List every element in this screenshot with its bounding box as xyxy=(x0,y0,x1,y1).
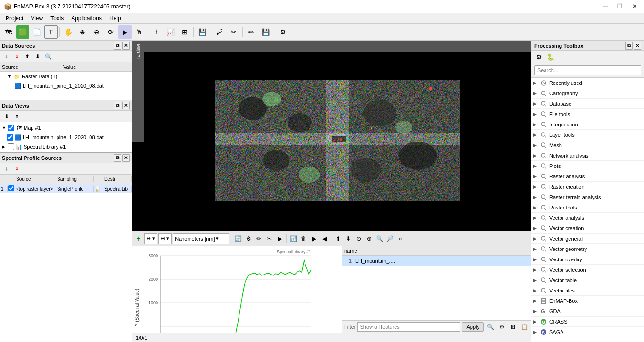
tb-save2-btn[interactable]: 💾 xyxy=(259,25,272,39)
ss-row-check[interactable] xyxy=(8,185,14,191)
proc-item-7[interactable]: ▶Network analysis xyxy=(531,150,644,161)
filter-icon2[interactable]: ⚙ xyxy=(497,322,506,332)
ds-remove-btn[interactable]: × xyxy=(12,52,22,61)
proc-item-24[interactable]: ▶SSAGA xyxy=(531,327,644,337)
dv-close-btn[interactable]: ✕ xyxy=(122,102,130,109)
tb-select-btn[interactable]: ▶ xyxy=(118,25,132,39)
filter-input[interactable] xyxy=(357,322,460,332)
prop-spectral-check[interactable] xyxy=(8,143,14,150)
spec-tb-btn8[interactable]: ⬆ xyxy=(333,234,343,243)
proc-item-10[interactable]: ▶Raster creation xyxy=(531,182,644,192)
proc-tb-btn2[interactable]: 🐍 xyxy=(545,52,555,62)
proc-item-8[interactable]: ▶Plots xyxy=(531,161,644,171)
tb-map-btn[interactable]: 🗺 xyxy=(2,25,15,39)
proc-close-btn[interactable]: ✕ xyxy=(634,42,641,50)
ss-data-row-1[interactable]: 1 <top raster layer> SingleProfile 📊 Spe… xyxy=(0,184,132,193)
tb-draw-btn[interactable]: 🖊 xyxy=(213,25,226,39)
tb-edit-btn[interactable]: ✏ xyxy=(245,25,258,39)
tb-text-btn[interactable]: T xyxy=(44,25,58,39)
filter-icon4[interactable]: 📋 xyxy=(520,322,529,332)
proc-item-18[interactable]: ▶Vector selection xyxy=(531,265,644,275)
spec-tb-btn7[interactable]: ◀ xyxy=(320,234,329,243)
close-btn[interactable]: ✕ xyxy=(629,2,640,11)
ds-expand-btn[interactable]: ⬇ xyxy=(33,52,42,61)
spec-tb-del[interactable]: 🗑 xyxy=(299,234,308,243)
proc-item-20[interactable]: ▶Vector tiles xyxy=(531,285,644,296)
proc-item-19[interactable]: ▶Vector table xyxy=(531,275,644,285)
spec-tb-dropdown2[interactable]: ⊕ ▾ xyxy=(158,233,172,244)
proc-item-2[interactable]: ▶Database xyxy=(531,99,644,109)
ds-raster-file[interactable]: 🟦 LH_mountain_pine_1_2020_08.dat xyxy=(0,81,132,91)
proc-item-9[interactable]: ▶Raster analysis xyxy=(531,171,644,182)
proc-item-14[interactable]: ▶Vector creation xyxy=(531,223,644,234)
proc-item-11[interactable]: ▶Raster terrain analysis xyxy=(531,192,644,202)
proc-item-21[interactable]: ▶EnMAP-Box xyxy=(531,296,644,306)
spec-tb-btn11[interactable]: ⊕ xyxy=(364,234,374,243)
filter-apply-btn[interactable]: Apply xyxy=(462,322,484,332)
ss-float-btn[interactable]: ⧉ xyxy=(114,154,121,162)
spec-tb-btn13[interactable]: 🔎 xyxy=(385,234,395,243)
tb-zoom-in-btn[interactable]: ⊕ xyxy=(76,25,89,39)
tb-profile-btn[interactable]: 📈 xyxy=(164,25,177,39)
proc-item-1[interactable]: ▶Cartography xyxy=(531,88,644,99)
menu-tools[interactable]: Tools xyxy=(47,14,67,23)
proc-item-5[interactable]: ▶Layer tools xyxy=(531,130,644,140)
ss-add-btn[interactable]: + xyxy=(2,164,11,174)
spec-tb-btn12[interactable]: 🔍 xyxy=(375,234,384,243)
menu-help[interactable]: Help xyxy=(106,14,125,23)
spec-tb-more[interactable]: » xyxy=(396,234,405,243)
ds-float-btn[interactable]: ⧉ xyxy=(114,42,121,50)
dv-add-btn[interactable]: ⬇ xyxy=(2,112,11,121)
dv-float-btn[interactable]: ⧉ xyxy=(114,102,121,109)
proc-item-4[interactable]: ▶Interpolation xyxy=(531,119,644,130)
spec-tb-btn4[interactable]: ✂ xyxy=(264,234,274,243)
spec-tb-btn5[interactable]: ▶ xyxy=(275,234,284,243)
minimize-btn[interactable]: ─ xyxy=(601,2,611,11)
ss-close-btn[interactable]: ✕ xyxy=(122,154,130,162)
tb-grid-btn[interactable]: ⊞ xyxy=(178,25,191,39)
tb-raster-btn[interactable]: 📄 xyxy=(30,25,43,39)
proc-tb-btn1[interactable]: ⚙ xyxy=(534,52,544,62)
spec-nm-dropdown[interactable]: Nanometers [nm] ▾ xyxy=(173,233,229,244)
proc-item-6[interactable]: ▶Mesh xyxy=(531,140,644,150)
spec-tb-dropdown1[interactable]: ⊕ ▾ xyxy=(144,233,157,244)
spec-tb-btn9[interactable]: ⬇ xyxy=(344,234,353,243)
spec-tb-btn1[interactable]: 🔄 xyxy=(233,234,243,243)
ds-close-btn[interactable]: ✕ xyxy=(122,42,130,50)
tb-refresh-btn[interactable]: ⟳ xyxy=(104,25,117,39)
tb-pan-btn[interactable]: ✋ xyxy=(62,25,75,39)
tb-info-btn[interactable]: ℹ xyxy=(150,25,163,39)
proc-item-23[interactable]: ▶GGRASS xyxy=(531,317,644,327)
prop-map1-file[interactable]: 🟦 LH_mountain_pine_1_2020_08.dat xyxy=(1,133,131,142)
proc-item-13[interactable]: ▶Vector analysis xyxy=(531,213,644,223)
tb-cut-btn[interactable]: ✂ xyxy=(227,25,240,39)
filter-icon1[interactable]: 🔍 xyxy=(486,322,495,332)
tb-save-btn[interactable]: 💾 xyxy=(196,25,209,39)
dv-remove-btn[interactable]: ⬆ xyxy=(12,112,22,121)
spectral-table-row-1[interactable]: 1 LH_mountain_.... xyxy=(342,256,531,266)
filter-icon3[interactable]: ⊞ xyxy=(508,322,518,332)
menu-view[interactable]: View xyxy=(27,14,47,23)
ds-add-btn[interactable]: + xyxy=(2,52,11,61)
ds-raster-group[interactable]: ▼ 📁 Raster Data (1) xyxy=(0,72,132,81)
proc-item-16[interactable]: ▶Vector geometry xyxy=(531,244,644,254)
maximize-btn[interactable]: ❐ xyxy=(614,2,626,11)
tb-green-btn[interactable]: 🟩 xyxy=(16,25,29,39)
proc-float-btn[interactable]: ⧉ xyxy=(625,42,633,50)
proc-search-input[interactable] xyxy=(534,65,641,75)
prop-map1-file-check[interactable] xyxy=(7,134,13,141)
prop-map1-arrow[interactable]: ▼ xyxy=(2,125,8,130)
prop-map1-check[interactable] xyxy=(8,125,14,131)
tb-cursor-btn[interactable]: 🖱 xyxy=(132,25,146,39)
prop-spectral-arrow[interactable]: ▶ xyxy=(2,144,8,149)
proc-item-3[interactable]: ▶File tools xyxy=(531,109,644,119)
spec-tb-btn3[interactable]: ✏ xyxy=(254,234,264,243)
spec-tb-refresh[interactable]: 🔃 xyxy=(289,234,298,243)
ds-raster-arrow[interactable]: ▼ xyxy=(8,74,13,79)
proc-item-17[interactable]: ▶Vector overlay xyxy=(531,254,644,265)
spec-tb-add[interactable]: + xyxy=(134,234,143,243)
ds-search-btn[interactable]: 🔍 xyxy=(43,52,53,61)
spec-tb-btn2[interactable]: ⚙ xyxy=(244,234,253,243)
prop-map1[interactable]: ▼ 🗺 Map #1 xyxy=(1,123,131,133)
tb-zoom-out-btn[interactable]: ⊖ xyxy=(90,25,103,39)
